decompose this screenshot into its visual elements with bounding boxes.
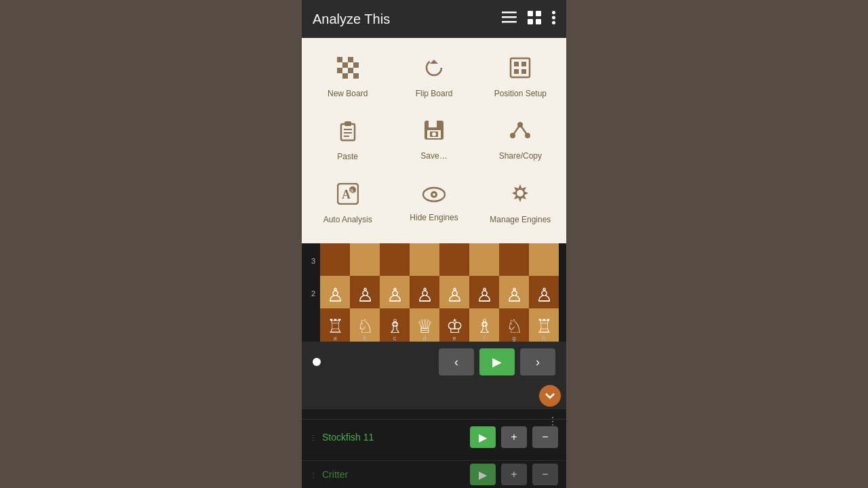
analysis-more-icon[interactable]: ⋮ <box>547 415 558 428</box>
auto-analysis-icon: A a <box>337 183 359 209</box>
app-title: Analyze This <box>313 12 390 27</box>
svg-rect-57 <box>469 243 499 276</box>
new-board-icon <box>337 57 359 83</box>
position-setup-label: Position Setup <box>494 89 547 98</box>
svg-rect-27 <box>521 69 526 74</box>
svg-text:♕: ♕ <box>416 316 433 337</box>
dropdown-menu: New Board Flip Board <box>302 38 566 243</box>
svg-text:h: h <box>542 335 545 342</box>
header: Analyze This <box>302 0 566 38</box>
svg-rect-55 <box>350 243 380 276</box>
engine-name-stockfish[interactable]: Stockfish 11 <box>322 432 465 443</box>
svg-rect-25 <box>521 62 526 66</box>
svg-text:3: 3 <box>311 257 315 265</box>
svg-text:♙: ♙ <box>387 285 403 306</box>
flip-board-item[interactable]: Flip Board <box>393 49 474 106</box>
svg-rect-0 <box>502 12 517 14</box>
svg-rect-17 <box>337 68 342 73</box>
engine-panel-stockfish: ⋮ Stockfish 11 ▶ + − <box>302 419 566 460</box>
more-icon[interactable] <box>552 11 555 28</box>
chess-board[interactable]: 3 2 ♙ ♙ ♙ ♙ ♙ ♙ ♙ ♙ <box>302 243 566 342</box>
svg-point-49 <box>433 193 435 196</box>
auto-analysis-label: Auto Analysis <box>323 215 372 224</box>
engine-minus-button[interactable]: − <box>532 426 558 448</box>
svg-rect-52 <box>380 243 410 276</box>
svg-rect-18 <box>348 68 353 73</box>
next-button[interactable]: › <box>520 348 555 375</box>
paste-icon <box>338 120 357 146</box>
svg-point-12 <box>552 21 555 24</box>
paste-item[interactable]: Paste <box>307 112 388 169</box>
chevron-area <box>302 382 566 409</box>
right-overlay <box>566 0 868 488</box>
share-copy-item[interactable]: Share/Copy <box>480 112 561 169</box>
engine-plus-button[interactable]: + <box>501 426 527 448</box>
flip-board-label: Flip Board <box>416 89 453 98</box>
svg-text:c: c <box>393 335 397 342</box>
svg-rect-14 <box>348 57 353 62</box>
svg-rect-56 <box>410 243 439 276</box>
svg-point-50 <box>517 190 524 197</box>
svg-line-42 <box>520 125 528 136</box>
svg-rect-58 <box>529 243 559 276</box>
svg-text:♔: ♔ <box>446 316 463 337</box>
svg-text:♙: ♙ <box>416 285 433 306</box>
chevron-down-icon[interactable] <box>539 385 561 407</box>
play-button[interactable]: ▶ <box>479 348 515 375</box>
paste-label: Paste <box>337 152 358 161</box>
grid-icon[interactable] <box>528 11 541 28</box>
svg-line-41 <box>513 125 520 136</box>
position-setup-item[interactable]: Position Setup <box>480 49 561 106</box>
auto-analysis-item[interactable]: A a Auto Analysis <box>307 175 388 232</box>
app-container: Analyze This <box>302 0 566 488</box>
flip-board-icon <box>423 57 445 83</box>
svg-marker-22 <box>430 60 438 64</box>
svg-text:♘: ♘ <box>357 316 374 337</box>
svg-text:2: 2 <box>311 289 315 298</box>
hide-engines-icon <box>422 186 446 207</box>
svg-text:♗: ♗ <box>387 316 403 337</box>
svg-text:♗: ♗ <box>476 316 493 337</box>
svg-rect-29 <box>344 121 351 126</box>
svg-rect-2 <box>502 21 517 23</box>
critter-minus-button[interactable]: − <box>532 464 558 485</box>
manage-engines-label: Manage Engines <box>490 215 551 224</box>
engine-name-critter[interactable]: Critter <box>322 469 465 480</box>
prev-button[interactable]: ‹ <box>439 348 474 375</box>
svg-rect-53 <box>439 243 469 276</box>
save-icon <box>425 121 443 146</box>
critter-play-button[interactable]: ▶ <box>470 464 496 485</box>
svg-rect-20 <box>353 73 359 79</box>
svg-point-11 <box>552 16 555 19</box>
share-copy-icon <box>510 121 530 146</box>
new-board-item[interactable]: New Board <box>307 49 388 106</box>
engine-row-stockfish: ⋮ Stockfish 11 ▶ + − <box>310 426 558 448</box>
svg-text:♖: ♖ <box>327 316 344 337</box>
svg-rect-4 <box>502 16 504 18</box>
svg-text:a: a <box>350 187 353 194</box>
dot-indicator <box>313 358 321 366</box>
engine-play-button[interactable]: ▶ <box>470 426 496 448</box>
svg-text:♙: ♙ <box>327 285 344 306</box>
svg-rect-1 <box>502 16 517 18</box>
manage-engines-item[interactable]: Manage Engines <box>480 175 561 232</box>
svg-text:♙: ♙ <box>446 285 463 306</box>
svg-rect-3 <box>502 12 504 14</box>
save-item[interactable]: Save… <box>393 112 474 169</box>
svg-text:d: d <box>422 335 426 342</box>
svg-rect-26 <box>514 69 519 74</box>
list-icon[interactable] <box>502 12 517 27</box>
svg-rect-8 <box>528 19 533 24</box>
svg-text:♖: ♖ <box>536 316 553 337</box>
svg-rect-16 <box>353 62 359 68</box>
svg-text:♙: ♙ <box>357 285 374 306</box>
svg-text:♙: ♙ <box>476 285 493 306</box>
save-label: Save… <box>420 151 447 161</box>
hide-engines-item[interactable]: Hide Engines <box>393 175 474 232</box>
svg-rect-6 <box>528 11 533 16</box>
svg-rect-7 <box>536 11 541 16</box>
left-overlay <box>0 0 302 488</box>
header-icons <box>502 11 555 28</box>
svg-rect-24 <box>514 62 519 66</box>
critter-plus-button[interactable]: + <box>501 464 527 485</box>
